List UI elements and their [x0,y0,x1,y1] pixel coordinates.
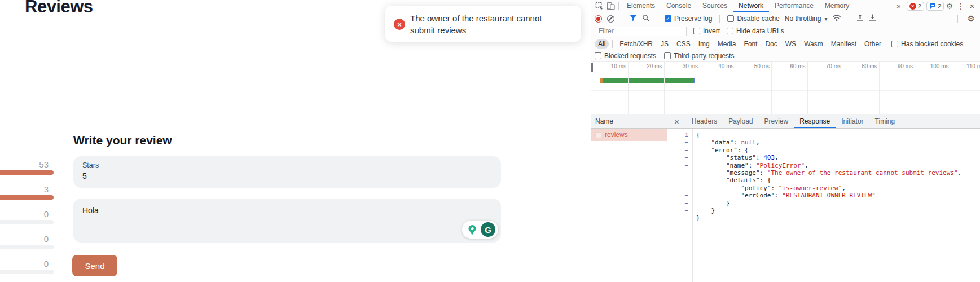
export-har-icon[interactable] [869,14,876,23]
kebab-menu-icon[interactable]: ⋮ [955,1,966,12]
name-column-header[interactable]: Name [591,114,667,129]
checkbox-icon [595,52,601,59]
devtools-tab-console[interactable]: Console [661,0,697,12]
close-devtools-icon[interactable]: × [966,1,978,12]
rating-row: 0 [0,234,54,251]
json-line: "data": null, [696,139,980,146]
disable-cache-checkbox[interactable]: Disable cache [727,15,779,23]
detail-tab-preview[interactable]: Preview [759,114,794,128]
response-viewer[interactable]: 1−−−−−−−−−−− { "data": null, "error": { … [667,129,980,282]
hide-data-urls-checkbox[interactable]: Hide data URLs [727,27,784,35]
request-waterfall-bar[interactable] [592,78,695,83]
detail-tab-headers[interactable]: Headers [686,114,723,128]
network-toolbar: ✓ Preserve log Disable cache No throttli… [591,12,980,25]
disable-cache-label: Disable cache [737,15,779,23]
devtools-tab-elements[interactable]: Elements [621,0,661,12]
devtools-tab-network[interactable]: Network [733,0,769,12]
device-toolbar-icon[interactable] [605,1,616,12]
timeline-tick-label: 90 ms [879,63,913,69]
checkbox-icon [693,28,700,34]
search-icon[interactable] [642,14,649,23]
chevron-down-icon: ▾ [824,16,827,22]
third-party-requests-checkbox[interactable]: Third-party requests [664,52,734,60]
type-filter-doc[interactable]: Doc [762,39,780,49]
close-detail-icon[interactable]: × [667,117,686,126]
type-filter-wasm[interactable]: Wasm [801,39,827,49]
network-request-table: Name reviews × HeadersPayloadPreviewResp… [591,114,980,282]
third-party-requests-label: Third-party requests [674,52,734,60]
record-network-log-icon[interactable] [595,15,602,23]
more-tabs-icon[interactable]: » [893,1,904,12]
detail-tab-timing[interactable]: Timing [869,114,901,128]
rating-row: 0 [0,259,54,276]
json-line: "errCode": "RESTAURANT_OWNER_REVIEW" [696,192,980,199]
clear-network-log-icon[interactable] [607,15,614,23]
type-filter-font[interactable]: Font [740,39,761,49]
fold-marker[interactable]: − [667,214,692,222]
type-filter-fetch-xhr[interactable]: Fetch/XHR [616,39,656,49]
settings-gear-icon[interactable]: ⚙ [944,1,955,12]
suggestion-bulb-icon[interactable] [465,222,480,237]
type-filter-all[interactable]: All [595,39,609,49]
timeline-ruler[interactable]: 10 ms20 ms30 ms40 ms50 ms60 ms70 ms80 ms… [591,62,980,114]
has-blocked-cookies-checkbox[interactable]: Has blocked cookies [891,40,963,48]
type-filter-ws[interactable]: WS [782,39,799,49]
detail-tab-initiator[interactable]: Initiator [836,114,869,128]
invert-checkbox[interactable]: Invert [693,27,720,35]
fold-marker[interactable]: − [667,207,692,214]
import-har-icon[interactable] [856,14,864,23]
request-type-filters: AllFetch/XHRJSCSSImgMediaFontDocWSWasmMa… [595,39,885,49]
separator [957,15,958,23]
rating-row: 3 [0,184,54,201]
type-filter-manifest[interactable]: Manifest [828,39,860,49]
fold-marker[interactable]: − [667,184,692,192]
fold-marker[interactable]: − [667,200,692,207]
detail-tab-response[interactable]: Response [794,114,836,128]
devtools-tab-sources[interactable]: Sources [697,0,733,12]
type-filter-media[interactable]: Media [714,39,740,49]
gridline [591,90,980,91]
devtools-tab-performance[interactable]: Performance [769,0,819,12]
request-doc-icon [595,132,601,138]
fold-marker[interactable]: − [667,154,692,161]
fold-marker[interactable]: − [667,177,692,184]
grammarly-widget[interactable]: G [462,221,498,239]
filter-funnel-icon[interactable] [630,15,637,23]
response-json: { "data": null, "error": { "status": 403… [696,129,980,282]
grammarly-icon[interactable]: G [481,222,495,237]
send-button[interactable]: Send [72,255,117,276]
separator [612,40,613,48]
blocked-requests-checkbox[interactable]: Blocked requests [595,52,656,60]
network-conditions-icon[interactable] [832,14,841,23]
request-row[interactable]: reviews [591,129,667,141]
filter-input[interactable] [595,27,687,36]
fold-marker[interactable]: − [667,192,692,199]
issues-badge[interactable]: 2 [926,2,944,11]
json-line: "error": { [696,147,980,154]
gridline [700,62,700,114]
hide-data-urls-label: Hide data URLs [736,27,784,35]
detail-tab-payload[interactable]: Payload [723,114,758,128]
inspect-icon[interactable] [594,1,605,12]
network-settings-gear-icon[interactable]: ⚙ [965,13,977,24]
timeline-tick-label: 70 ms [807,63,841,69]
request-name: reviews [605,131,628,139]
throttling-dropdown[interactable]: No throttling ▾ [785,15,828,23]
fold-marker[interactable]: − [667,139,692,146]
devtools-tab-memory[interactable]: Memory [819,0,855,12]
type-filter-other[interactable]: Other [861,39,885,49]
json-line: "name": "PolicyError", [696,162,980,169]
fold-marker[interactable]: − [667,162,692,169]
fold-marker[interactable]: − [667,147,692,154]
invert-label: Invert [703,27,720,35]
preserve-log-checkbox[interactable]: ✓ Preserve log [665,15,712,23]
type-filter-css[interactable]: CSS [673,39,694,49]
error-count-badge[interactable]: × 2 [907,2,924,11]
name-column: Name reviews [591,114,667,282]
stars-field[interactable]: Stars 5 [73,156,501,188]
review-textarea[interactable]: Hola G [73,199,501,243]
type-filter-img[interactable]: Img [695,39,713,49]
preserve-log-label: Preserve log [674,15,712,23]
type-filter-js[interactable]: JS [657,39,672,49]
fold-marker[interactable]: − [667,169,692,177]
